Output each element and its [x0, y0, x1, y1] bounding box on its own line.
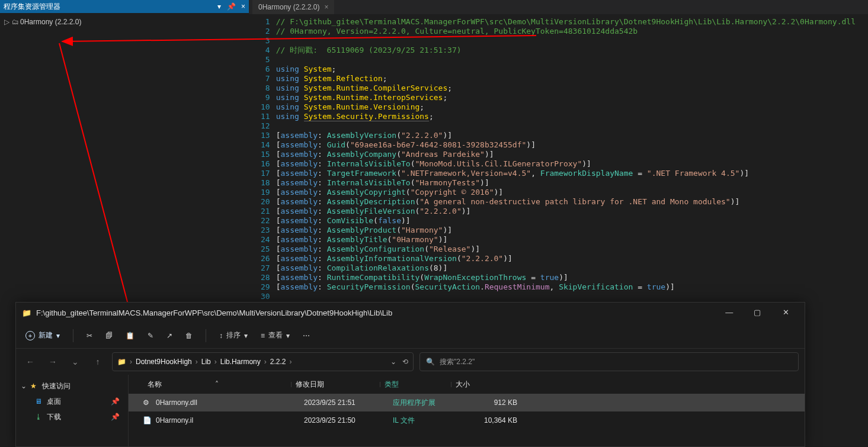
fx-search-placeholder: 搜索"2.2.2" — [440, 357, 475, 367]
file-explorer-window: 📁 F:\github_gitee\TerminalMACS.ManagerFo… — [15, 302, 805, 447]
fx-cut-button[interactable]: ✂ — [87, 332, 92, 340]
sort-asc-icon: ˄ — [215, 380, 219, 388]
desktop-icon: 🖥 — [35, 397, 47, 406]
crumb-segment[interactable]: Dotnet9HookHigh — [136, 358, 192, 366]
tab-title: 0Harmony (2.2.2.0) — [258, 0, 319, 14]
fx-up-button[interactable]: ↑ — [89, 357, 106, 366]
fx-refresh-button[interactable]: ⟲ — [402, 358, 408, 366]
line-gutter: 1234567891011121314151617181920212223242… — [249, 17, 276, 292]
chevron-right-icon: › — [214, 358, 217, 366]
pin-icon[interactable]: 📌 — [111, 397, 120, 406]
col-size[interactable]: 大小 — [451, 380, 510, 390]
window-minimize-button[interactable]: — — [716, 304, 742, 321]
fx-body: ⌄ ★ 快速访问 🖥 桌面 📌 ⭳ 下载 📌 名称˄ 修改日期 类型 大小 — [16, 375, 805, 446]
tree-item-harmony[interactable]: ▷ 🗂 0Harmony (2.2.2.0) — [0, 15, 249, 28]
search-icon: 🔍 — [426, 358, 435, 366]
file-size: 10,364 KB — [464, 416, 523, 425]
fx-recent-button[interactable]: ⌄ — [67, 357, 84, 366]
chevron-down-icon: ▾ — [56, 332, 60, 340]
editor-tab-harmony[interactable]: 0Harmony (2.2.2.0) × — [252, 0, 334, 14]
assembly-explorer-title: 程序集资源管理器 — [4, 0, 60, 13]
file-icon: ⚙ — [143, 398, 156, 407]
chevron-right-icon: › — [130, 358, 132, 366]
fx-titlebar[interactable]: 📁 F:\github_gitee\TerminalMACS.ManagerFo… — [16, 303, 805, 323]
crumb-segment[interactable]: Lib — [201, 358, 211, 366]
tree-item-label: 0Harmony (2.2.2.0) — [20, 18, 81, 26]
fx-toolbar: + 新建 ▾ ✂ 🗐 📋 ✎ ↗ 🗑 ↕ 排序 ▾ ≡ 查看 ▾ ⋯ — [16, 323, 805, 349]
star-icon: ★ — [30, 382, 42, 390]
fx-new-button[interactable]: + 新建 ▾ — [25, 330, 60, 340]
file-icon: 📄 — [143, 416, 156, 425]
file-size: 912 KB — [464, 398, 523, 407]
pin-icon[interactable]: 📌 — [227, 2, 236, 11]
fx-sidebar: ⌄ ★ 快速访问 🖥 桌面 📌 ⭳ 下载 📌 — [16, 375, 129, 446]
fx-breadcrumb[interactable]: 📁 › Dotnet9HookHigh › Lib › Lib.Harmony … — [112, 352, 414, 371]
fx-view-button[interactable]: ≡ 查看 ▾ — [261, 330, 290, 340]
file-row[interactable]: 📄 0Harmony.il 2023/9/25 21:50 IL 文件 10,3… — [129, 411, 805, 429]
col-date[interactable]: 修改日期 — [291, 380, 380, 390]
crumb-segment[interactable]: 2.2.2 — [270, 358, 286, 366]
window-close-button[interactable]: ✕ — [773, 304, 799, 321]
file-type: IL 文件 — [393, 416, 464, 426]
download-icon: ⭳ — [35, 413, 47, 421]
fx-file-list: 名称˄ 修改日期 类型 大小 ⚙ 0Harmony.dll 2023/9/25 … — [129, 375, 805, 446]
chevron-right-icon: › — [289, 358, 292, 366]
fx-share-button[interactable]: ↗ — [166, 332, 172, 340]
fx-search-box[interactable]: 🔍 搜索"2.2.2" — [419, 352, 799, 371]
fx-address-dropdown-icon[interactable]: ⌄ — [390, 358, 396, 366]
fx-delete-button[interactable]: 🗑 — [185, 332, 193, 340]
code-body: // F:\github_gitee\TerminalMACS.ManagerF… — [276, 17, 856, 292]
chevron-right-icon: › — [196, 358, 198, 366]
folder-icon: 📁 — [117, 358, 126, 366]
col-name[interactable]: 名称˄ — [143, 380, 291, 390]
fx-copy-button[interactable]: 🗐 — [105, 332, 113, 340]
assembly-tree: ▷ 🗂 0Harmony (2.2.2.0) — [0, 13, 249, 31]
plus-icon: + — [25, 331, 35, 340]
window-maximize-button[interactable]: ▢ — [744, 304, 770, 321]
fx-back-button[interactable]: ← — [22, 357, 39, 366]
chevron-down-icon[interactable]: ⌄ — [21, 382, 27, 390]
file-name: 0Harmony.dll — [156, 398, 304, 407]
pin-icon[interactable]: 📌 — [111, 413, 120, 421]
fx-forward-button[interactable]: → — [44, 357, 61, 366]
file-row[interactable]: ⚙ 0Harmony.dll 2023/9/25 21:51 应用程序扩展 91… — [129, 394, 805, 411]
file-type: 应用程序扩展 — [393, 398, 464, 408]
tab-close-icon[interactable]: × — [324, 0, 328, 14]
close-icon[interactable]: × — [241, 2, 245, 11]
assembly-explorer-pane: 程序集资源管理器 ▾ 📌 × ▷ 🗂 0Harmony (2.2.2.0) — [0, 0, 249, 296]
fx-paste-button[interactable]: 📋 — [126, 332, 134, 340]
fx-rename-button[interactable]: ✎ — [148, 332, 153, 340]
folder-icon: 📁 — [22, 308, 31, 317]
col-type[interactable]: 类型 — [380, 380, 451, 390]
fx-title-path: F:\github_gitee\TerminalMACS.ManagerForW… — [36, 308, 392, 317]
assembly-icon: 🗂 — [11, 18, 20, 26]
fx-sort-button[interactable]: ↕ 排序 ▾ — [219, 330, 248, 340]
file-date: 2023/9/25 21:50 — [304, 416, 393, 425]
fx-address-bar: ← → ⌄ ↑ 📁 › Dotnet9HookHigh › Lib › Lib.… — [16, 349, 805, 375]
tree-expand-icon[interactable]: ▷ — [2, 18, 11, 26]
fx-column-headers: 名称˄ 修改日期 类型 大小 — [129, 375, 805, 394]
fx-more-button[interactable]: ⋯ — [303, 332, 310, 340]
crumb-segment[interactable]: Lib.Harmony — [220, 358, 261, 366]
code-area[interactable]: 1234567891011121314151617181920212223242… — [249, 14, 868, 292]
assembly-explorer-header: 程序集资源管理器 ▾ 📌 × — [0, 0, 249, 13]
side-downloads[interactable]: ⭳ 下载 📌 — [16, 409, 128, 425]
side-quick-access[interactable]: ⌄ ★ 快速访问 — [16, 378, 128, 394]
side-desktop[interactable]: 🖥 桌面 📌 — [16, 394, 128, 409]
dropdown-icon[interactable]: ▾ — [217, 2, 221, 11]
file-name: 0Harmony.il — [156, 416, 304, 425]
file-date: 2023/9/25 21:51 — [304, 398, 393, 407]
chevron-right-icon: › — [264, 358, 267, 366]
editor-tabbar: 0Harmony (2.2.2.0) × — [249, 0, 868, 14]
